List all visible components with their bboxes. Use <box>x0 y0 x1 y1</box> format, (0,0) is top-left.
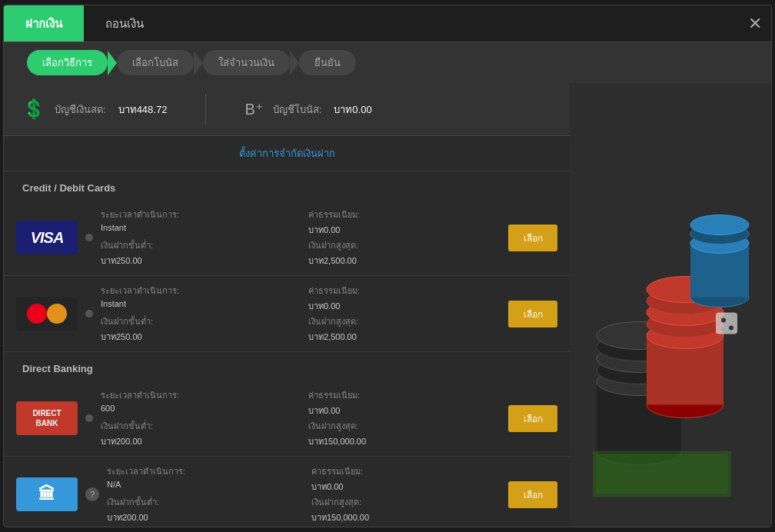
db2-proc-label: ระยะเวลาดำเนินการ: <box>107 464 296 478</box>
svg-rect-21 <box>716 313 737 334</box>
db1-proc-val: 600 <box>101 404 293 417</box>
tab-withdraw[interactable]: ถอนเงิน <box>84 5 165 42</box>
mc-min-label: เงินฝากขั้นต่ำ: <box>101 314 293 328</box>
bank-logo: 🏛 <box>16 477 78 511</box>
step-2[interactable]: เลือกโบนัส <box>117 50 194 75</box>
settings-bar: ตั้งค่าการจำกัดเงินฝาก <box>4 136 570 171</box>
modal-overlay: ฝากเงิน ถอนเงิน ✕ เลือกวิธีการ เลือกโบนั… <box>0 0 775 532</box>
visa-proc-label: ระยะเวลาดำเนินการ: <box>101 208 293 221</box>
close-button[interactable]: ✕ <box>748 15 762 32</box>
directbank-details: ระยะเวลาดำเนินการ: ค่าธรรมเนียม: 600 บาท… <box>101 388 501 448</box>
db1-max-label: เงินฝากสูงสุด: <box>308 419 501 433</box>
balance-bar: 💲 บัญชีเงินสด: บาท448.72 B⁺ บัญชีโบนัส: … <box>4 83 570 136</box>
mc-fee-val: บาท0.00 <box>308 299 501 313</box>
svg-point-22 <box>721 318 726 323</box>
db2-min-val: บาท200.00 <box>107 510 296 524</box>
section-heading-cards: Credit / Debit Cards <box>4 171 570 200</box>
db2-max-val: บาท150,000.00 <box>311 510 501 524</box>
db2-proc-val: N/A <box>107 480 296 494</box>
visa-logo: VISA <box>16 221 78 254</box>
svg-point-23 <box>729 326 733 331</box>
tab-deposit[interactable]: ฝากเงิน <box>4 5 84 42</box>
db1-fee-val: บาท0.00 <box>308 404 501 417</box>
bonus-label: บัญชีโบนัส: <box>273 101 322 118</box>
visa-select-button[interactable]: เลือก <box>508 224 557 251</box>
mastercard-details: ระยะเวลาดำเนินการ: ค่าธรรมเนียม: Instant… <box>101 284 501 344</box>
modal: ฝากเงิน ถอนเงิน ✕ เลือกวิธีการ เลือกโบนั… <box>3 5 772 527</box>
directbank1-select-button[interactable]: เลือก <box>508 405 557 432</box>
cash-value: บาท448.72 <box>118 101 168 118</box>
svg-rect-25 <box>597 455 727 494</box>
payment-row-visa: VISA ระยะเวลาดำเนินการ: ค่าธรรมเนียม: In… <box>4 200 570 276</box>
bank-select-button[interactable]: เลือก <box>508 481 557 508</box>
db1-min-label: เงินฝากขั้นต่ำ: <box>101 419 293 433</box>
cash-balance: 💲 บัญชีเงินสด: บาท448.72 <box>22 98 167 120</box>
directbank-logo: DIRECTBANK <box>16 401 78 435</box>
visa-details: ระยะเวลาดำเนินการ: ค่าธรรมเนียม: Instant… <box>101 208 501 268</box>
bonus-balance: B⁺ บัญชีโบนัส: บาท0.00 <box>244 100 371 118</box>
section-heading-direct: Direct Banking <box>4 352 570 381</box>
payment-row-directbank2: 🏛 ? ระยะเวลาดำเนินการ: ค่าธรรมเนียม: N/A… <box>4 457 570 527</box>
mc-proc-label: ระยะเวลาดำเนินการ: <box>101 284 293 298</box>
left-panel: 💲 บัญชีเงินสด: บาท448.72 B⁺ บัญชีโบนัส: … <box>4 83 570 527</box>
visa-fee-val: บาท0.00 <box>308 223 501 237</box>
visa-min-label: เงินฝากขั้นต่ำ: <box>101 238 293 252</box>
payment-row-mastercard: ระยะเวลาดำเนินการ: ค่าธรรมเนียม: Instant… <box>4 276 570 352</box>
db2-max-label: เงินฝากสูงสุด: <box>311 495 501 509</box>
visa-fee-label: ค่าธรรมเนียม: <box>308 208 501 221</box>
right-panel <box>570 83 771 527</box>
payment-row-directbank1: DIRECTBANK ระยะเวลาดำเนินการ: ค่าธรรมเนี… <box>4 381 570 457</box>
db1-fee-label: ค่าธรรมเนียม: <box>308 388 501 402</box>
balance-divider <box>205 94 206 125</box>
svg-point-20 <box>690 215 749 235</box>
step-1[interactable]: เลือกวิธีการ <box>27 50 108 75</box>
db2-min-label: เงินฝากขั้นต่ำ: <box>107 495 296 509</box>
mc-min-val: บาท250.00 <box>101 330 293 344</box>
bonus-icon: B⁺ <box>244 100 263 118</box>
step-3-arrow <box>290 51 299 75</box>
cash-icon: 💲 <box>22 98 45 120</box>
chips-image <box>570 83 771 527</box>
visa-proc-val: Instant <box>101 223 293 237</box>
bank-details: ระยะเวลาดำเนินการ: ค่าธรรมเนียม: N/A บาท… <box>107 464 501 524</box>
visa-max-label: เงินฝากสูงสุด: <box>308 238 501 252</box>
step-3[interactable]: ใส่จำนวนเงิน <box>203 50 290 75</box>
content-area: 💲 บัญชีเงินสด: บาท448.72 B⁺ บัญชีโบนัส: … <box>4 83 771 527</box>
cash-label: บัญชีเงินสด: <box>55 101 106 118</box>
db1-max-val: บาท150,000.00 <box>308 434 501 448</box>
steps-bar: เลือกวิธีการ เลือกโบนัส ใส่จำนวนเงิน ยืน… <box>4 42 771 83</box>
visa-dot <box>85 234 93 241</box>
mc-proc-val: Instant <box>101 299 293 313</box>
db2-fee-label: ค่าธรรมเนียม: <box>311 464 501 478</box>
modal-header: ฝากเงิน ถอนเงิน ✕ <box>4 5 771 42</box>
bonus-value: บาท0.00 <box>334 101 371 118</box>
mastercard-logo <box>16 297 78 331</box>
mc-max-val: บาท2,500.00 <box>308 330 501 344</box>
mc-fee-label: ค่าธรรมเนียม: <box>308 284 501 298</box>
db1-min-val: บาท200.00 <box>101 434 293 448</box>
mastercard-dot <box>85 310 93 318</box>
step-2-arrow <box>194 51 203 75</box>
mastercard-select-button[interactable]: เลือก <box>508 301 557 328</box>
step-1-arrow <box>108 51 117 75</box>
visa-min-val: บาท250.00 <box>101 254 293 268</box>
db1-proc-label: ระยะเวลาดำเนินการ: <box>101 388 293 402</box>
visa-max-val: บาท2,500.00 <box>308 254 501 268</box>
step-4[interactable]: ยืนยัน <box>299 50 356 75</box>
mc-max-label: เงินฝากสูงสุด: <box>308 314 501 328</box>
directbank-dot <box>85 414 93 422</box>
question-icon[interactable]: ? <box>85 487 99 501</box>
settings-link[interactable]: ตั้งค่าการจำกัดเงินฝาก <box>239 148 335 159</box>
db2-fee-val: บาท0.00 <box>311 480 501 494</box>
